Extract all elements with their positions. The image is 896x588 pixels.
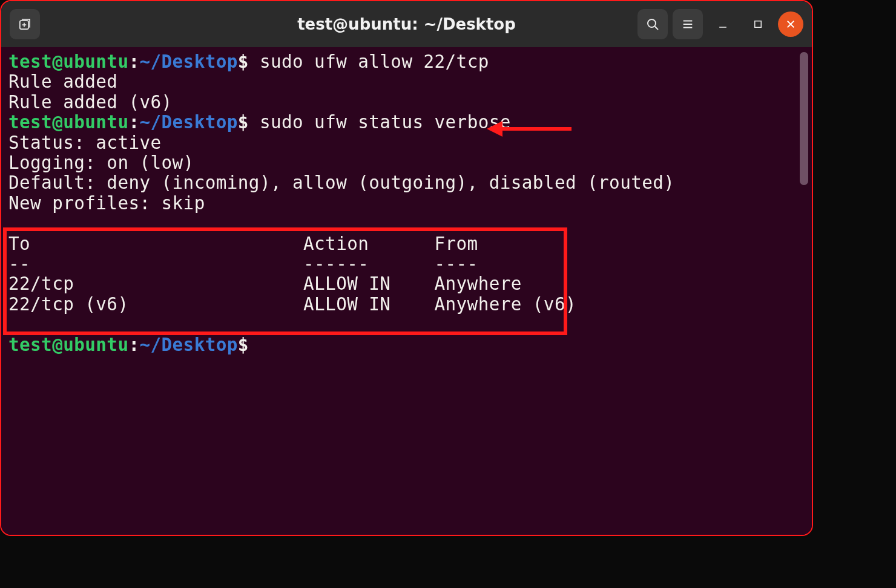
table-row: 22/tcp ALLOW IN Anywhere xyxy=(8,273,522,294)
output-line: Logging: on (low) xyxy=(8,152,194,173)
prompt-user: test@ubuntu xyxy=(8,335,128,355)
prompt-symbol: $ xyxy=(238,335,249,355)
prompt-user: test@ubuntu xyxy=(8,51,128,72)
table-separator: -- ------ ---- xyxy=(8,253,478,274)
scrollbar-thumb[interactable] xyxy=(800,52,808,185)
terminal-window: test@ubuntu: ~/Desktop xyxy=(0,0,813,536)
command-2: sudo ufw status verbose xyxy=(249,112,511,132)
terminal-output[interactable]: test@ubuntu:~/Desktop$ sudo ufw allow 22… xyxy=(1,47,812,535)
prompt-cwd: ~/Desktop xyxy=(139,335,237,355)
titlebar-right-group xyxy=(637,9,803,39)
hamburger-menu-button[interactable] xyxy=(673,9,703,39)
minimize-button[interactable] xyxy=(708,9,738,39)
close-button[interactable] xyxy=(778,11,803,37)
titlebar: test@ubuntu: ~/Desktop xyxy=(1,1,812,47)
prompt-symbol: $ xyxy=(238,112,249,132)
maximize-button[interactable] xyxy=(743,9,773,39)
svg-line-2 xyxy=(655,27,659,30)
output-line: Default: deny (incoming), allow (outgoin… xyxy=(8,172,674,193)
table-row: 22/tcp (v6) ALLOW IN Anywhere (v6) xyxy=(8,294,576,315)
prompt-user: test@ubuntu xyxy=(8,112,128,132)
table-header: To Action From xyxy=(8,234,478,254)
prompt-sep: : xyxy=(128,51,139,72)
prompt-cwd: ~/Desktop xyxy=(139,112,237,132)
search-button[interactable] xyxy=(637,9,668,39)
output-line: New profiles: skip xyxy=(8,193,205,214)
prompt-sep: : xyxy=(128,112,139,132)
output-line: Rule added (v6) xyxy=(8,92,173,113)
prompt-sep: : xyxy=(128,335,139,355)
output-blank xyxy=(8,314,19,335)
terminal-text: test@ubuntu:~/Desktop$ sudo ufw allow 22… xyxy=(8,52,812,355)
prompt-cwd: ~/Desktop xyxy=(139,51,237,72)
command-1: sudo ufw allow 22/tcp xyxy=(249,51,489,72)
svg-rect-7 xyxy=(755,21,762,28)
output-line: Status: active xyxy=(8,132,162,153)
svg-point-1 xyxy=(648,19,656,27)
new-tab-button[interactable] xyxy=(10,9,40,39)
output-blank xyxy=(8,213,19,234)
prompt-symbol: $ xyxy=(238,51,249,72)
output-line: Rule added xyxy=(8,71,117,92)
